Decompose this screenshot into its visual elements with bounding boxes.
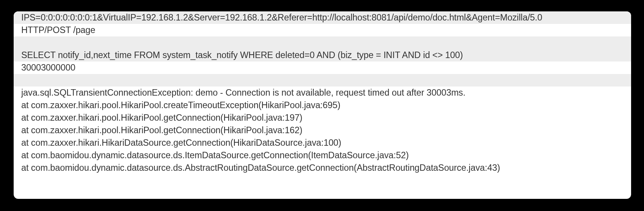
log-line-empty (14, 36, 631, 49)
log-line: at com.baomidou.dynamic.datasource.ds.Ab… (14, 162, 631, 174)
log-line: at com.zaxxer.hikari.pool.HikariPool.cre… (14, 99, 631, 112)
log-line: HTTP/POST /page (14, 24, 631, 36)
log-line: java.sql.SQLTransientConnectionException… (14, 87, 631, 99)
log-line: 30003000000 (14, 61, 631, 74)
log-line-empty (14, 74, 631, 87)
log-line: at com.zaxxer.hikari.pool.HikariPool.get… (14, 112, 631, 124)
log-panel: IPS=0:0:0:0:0:0:0:1&VirtualIP=192.168.1.… (14, 11, 631, 199)
log-line: at com.zaxxer.hikari.HikariDataSource.ge… (14, 137, 631, 149)
log-line: at com.baomidou.dynamic.datasource.ds.It… (14, 149, 631, 162)
log-line: at com.zaxxer.hikari.pool.HikariPool.get… (14, 124, 631, 137)
log-line: IPS=0:0:0:0:0:0:0:1&VirtualIP=192.168.1.… (14, 11, 631, 24)
log-line: SELECT notify_id,next_time FROM system_t… (14, 49, 631, 61)
